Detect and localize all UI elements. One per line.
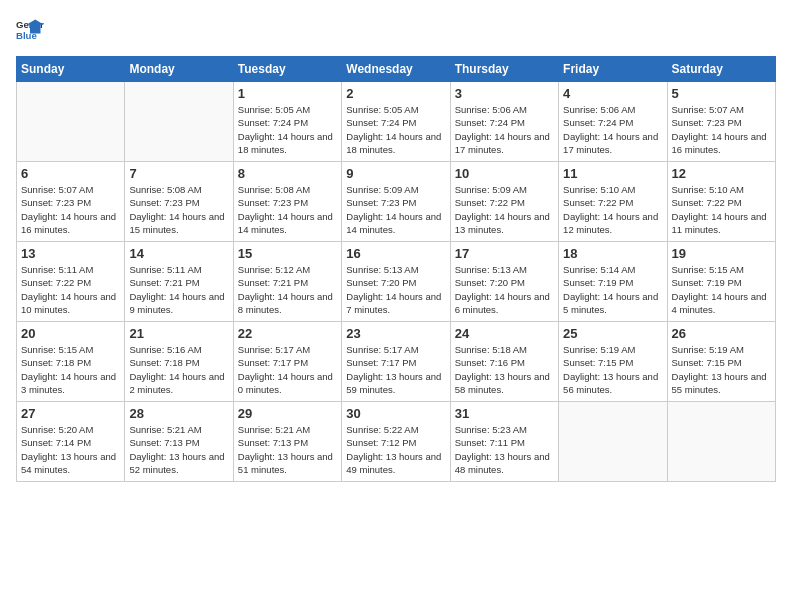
day-number: 29 — [238, 406, 337, 421]
day-number: 17 — [455, 246, 554, 261]
calendar-cell: 21Sunrise: 5:16 AM Sunset: 7:18 PM Dayli… — [125, 322, 233, 402]
day-number: 4 — [563, 86, 662, 101]
cell-info: Sunrise: 5:09 AM Sunset: 7:23 PM Dayligh… — [346, 183, 445, 236]
day-number: 26 — [672, 326, 771, 341]
cell-info: Sunrise: 5:07 AM Sunset: 7:23 PM Dayligh… — [672, 103, 771, 156]
cell-info: Sunrise: 5:17 AM Sunset: 7:17 PM Dayligh… — [346, 343, 445, 396]
calendar-cell: 6Sunrise: 5:07 AM Sunset: 7:23 PM Daylig… — [17, 162, 125, 242]
header: General Blue — [16, 16, 776, 44]
day-number: 10 — [455, 166, 554, 181]
day-number: 16 — [346, 246, 445, 261]
calendar-cell: 28Sunrise: 5:21 AM Sunset: 7:13 PM Dayli… — [125, 402, 233, 482]
cell-info: Sunrise: 5:08 AM Sunset: 7:23 PM Dayligh… — [238, 183, 337, 236]
cell-info: Sunrise: 5:13 AM Sunset: 7:20 PM Dayligh… — [455, 263, 554, 316]
cell-info: Sunrise: 5:19 AM Sunset: 7:15 PM Dayligh… — [563, 343, 662, 396]
calendar-cell: 1Sunrise: 5:05 AM Sunset: 7:24 PM Daylig… — [233, 82, 341, 162]
day-number: 28 — [129, 406, 228, 421]
calendar-cell: 20Sunrise: 5:15 AM Sunset: 7:18 PM Dayli… — [17, 322, 125, 402]
cell-info: Sunrise: 5:17 AM Sunset: 7:17 PM Dayligh… — [238, 343, 337, 396]
calendar-cell: 16Sunrise: 5:13 AM Sunset: 7:20 PM Dayli… — [342, 242, 450, 322]
calendar-cell: 27Sunrise: 5:20 AM Sunset: 7:14 PM Dayli… — [17, 402, 125, 482]
cell-info: Sunrise: 5:05 AM Sunset: 7:24 PM Dayligh… — [238, 103, 337, 156]
calendar-cell: 10Sunrise: 5:09 AM Sunset: 7:22 PM Dayli… — [450, 162, 558, 242]
calendar-cell: 31Sunrise: 5:23 AM Sunset: 7:11 PM Dayli… — [450, 402, 558, 482]
day-number: 3 — [455, 86, 554, 101]
day-number: 23 — [346, 326, 445, 341]
day-number: 15 — [238, 246, 337, 261]
calendar-cell: 30Sunrise: 5:22 AM Sunset: 7:12 PM Dayli… — [342, 402, 450, 482]
logo-icon: General Blue — [16, 16, 44, 44]
cell-info: Sunrise: 5:11 AM Sunset: 7:22 PM Dayligh… — [21, 263, 120, 316]
day-number: 8 — [238, 166, 337, 181]
calendar-cell: 9Sunrise: 5:09 AM Sunset: 7:23 PM Daylig… — [342, 162, 450, 242]
calendar-cell: 5Sunrise: 5:07 AM Sunset: 7:23 PM Daylig… — [667, 82, 775, 162]
calendar-cell: 25Sunrise: 5:19 AM Sunset: 7:15 PM Dayli… — [559, 322, 667, 402]
weekday-header-sunday: Sunday — [17, 57, 125, 82]
day-number: 1 — [238, 86, 337, 101]
calendar-cell: 14Sunrise: 5:11 AM Sunset: 7:21 PM Dayli… — [125, 242, 233, 322]
day-number: 12 — [672, 166, 771, 181]
weekday-header-monday: Monday — [125, 57, 233, 82]
calendar-cell: 18Sunrise: 5:14 AM Sunset: 7:19 PM Dayli… — [559, 242, 667, 322]
cell-info: Sunrise: 5:15 AM Sunset: 7:19 PM Dayligh… — [672, 263, 771, 316]
calendar-cell: 26Sunrise: 5:19 AM Sunset: 7:15 PM Dayli… — [667, 322, 775, 402]
cell-info: Sunrise: 5:05 AM Sunset: 7:24 PM Dayligh… — [346, 103, 445, 156]
cell-info: Sunrise: 5:06 AM Sunset: 7:24 PM Dayligh… — [455, 103, 554, 156]
weekday-header-row: SundayMondayTuesdayWednesdayThursdayFrid… — [17, 57, 776, 82]
day-number: 19 — [672, 246, 771, 261]
calendar-cell: 29Sunrise: 5:21 AM Sunset: 7:13 PM Dayli… — [233, 402, 341, 482]
calendar-cell — [17, 82, 125, 162]
cell-info: Sunrise: 5:07 AM Sunset: 7:23 PM Dayligh… — [21, 183, 120, 236]
cell-info: Sunrise: 5:10 AM Sunset: 7:22 PM Dayligh… — [672, 183, 771, 236]
calendar-cell: 4Sunrise: 5:06 AM Sunset: 7:24 PM Daylig… — [559, 82, 667, 162]
calendar-cell: 7Sunrise: 5:08 AM Sunset: 7:23 PM Daylig… — [125, 162, 233, 242]
cell-info: Sunrise: 5:18 AM Sunset: 7:16 PM Dayligh… — [455, 343, 554, 396]
calendar-cell — [667, 402, 775, 482]
calendar-cell: 24Sunrise: 5:18 AM Sunset: 7:16 PM Dayli… — [450, 322, 558, 402]
calendar-table: SundayMondayTuesdayWednesdayThursdayFrid… — [16, 56, 776, 482]
cell-info: Sunrise: 5:11 AM Sunset: 7:21 PM Dayligh… — [129, 263, 228, 316]
week-row-1: 1Sunrise: 5:05 AM Sunset: 7:24 PM Daylig… — [17, 82, 776, 162]
day-number: 24 — [455, 326, 554, 341]
cell-info: Sunrise: 5:20 AM Sunset: 7:14 PM Dayligh… — [21, 423, 120, 476]
day-number: 2 — [346, 86, 445, 101]
day-number: 30 — [346, 406, 445, 421]
day-number: 25 — [563, 326, 662, 341]
day-number: 18 — [563, 246, 662, 261]
cell-info: Sunrise: 5:13 AM Sunset: 7:20 PM Dayligh… — [346, 263, 445, 316]
cell-info: Sunrise: 5:16 AM Sunset: 7:18 PM Dayligh… — [129, 343, 228, 396]
calendar-cell — [559, 402, 667, 482]
cell-info: Sunrise: 5:09 AM Sunset: 7:22 PM Dayligh… — [455, 183, 554, 236]
calendar-cell: 8Sunrise: 5:08 AM Sunset: 7:23 PM Daylig… — [233, 162, 341, 242]
cell-info: Sunrise: 5:22 AM Sunset: 7:12 PM Dayligh… — [346, 423, 445, 476]
cell-info: Sunrise: 5:21 AM Sunset: 7:13 PM Dayligh… — [238, 423, 337, 476]
cell-info: Sunrise: 5:08 AM Sunset: 7:23 PM Dayligh… — [129, 183, 228, 236]
weekday-header-wednesday: Wednesday — [342, 57, 450, 82]
day-number: 11 — [563, 166, 662, 181]
cell-info: Sunrise: 5:12 AM Sunset: 7:21 PM Dayligh… — [238, 263, 337, 316]
calendar-cell: 12Sunrise: 5:10 AM Sunset: 7:22 PM Dayli… — [667, 162, 775, 242]
day-number: 14 — [129, 246, 228, 261]
week-row-4: 20Sunrise: 5:15 AM Sunset: 7:18 PM Dayli… — [17, 322, 776, 402]
calendar-cell: 11Sunrise: 5:10 AM Sunset: 7:22 PM Dayli… — [559, 162, 667, 242]
calendar-cell: 13Sunrise: 5:11 AM Sunset: 7:22 PM Dayli… — [17, 242, 125, 322]
week-row-5: 27Sunrise: 5:20 AM Sunset: 7:14 PM Dayli… — [17, 402, 776, 482]
day-number: 20 — [21, 326, 120, 341]
calendar-cell: 23Sunrise: 5:17 AM Sunset: 7:17 PM Dayli… — [342, 322, 450, 402]
calendar-cell: 2Sunrise: 5:05 AM Sunset: 7:24 PM Daylig… — [342, 82, 450, 162]
calendar-cell: 15Sunrise: 5:12 AM Sunset: 7:21 PM Dayli… — [233, 242, 341, 322]
day-number: 5 — [672, 86, 771, 101]
day-number: 21 — [129, 326, 228, 341]
day-number: 6 — [21, 166, 120, 181]
cell-info: Sunrise: 5:23 AM Sunset: 7:11 PM Dayligh… — [455, 423, 554, 476]
weekday-header-friday: Friday — [559, 57, 667, 82]
day-number: 27 — [21, 406, 120, 421]
calendar-cell: 17Sunrise: 5:13 AM Sunset: 7:20 PM Dayli… — [450, 242, 558, 322]
weekday-header-thursday: Thursday — [450, 57, 558, 82]
calendar-cell: 19Sunrise: 5:15 AM Sunset: 7:19 PM Dayli… — [667, 242, 775, 322]
day-number: 22 — [238, 326, 337, 341]
day-number: 13 — [21, 246, 120, 261]
cell-info: Sunrise: 5:14 AM Sunset: 7:19 PM Dayligh… — [563, 263, 662, 316]
weekday-header-saturday: Saturday — [667, 57, 775, 82]
cell-info: Sunrise: 5:19 AM Sunset: 7:15 PM Dayligh… — [672, 343, 771, 396]
